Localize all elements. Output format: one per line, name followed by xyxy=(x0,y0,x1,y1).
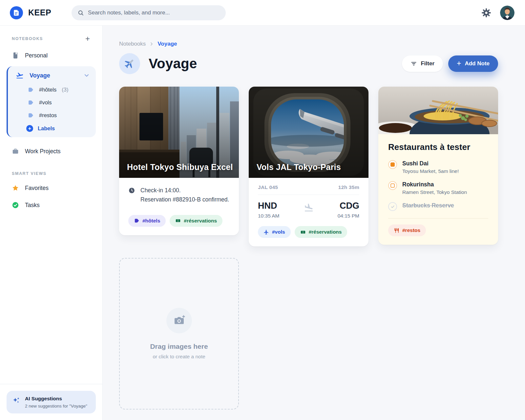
notes-grid: Hotel Tokyo Shibuya Excel Check xyxy=(119,87,498,410)
tag-chip-reservations[interactable]: #réservations xyxy=(170,215,222,227)
ticket-icon xyxy=(175,218,181,223)
departure-code: HND xyxy=(258,201,294,211)
sidebar-label-vols[interactable]: #vols xyxy=(8,97,96,108)
label-name: #restos xyxy=(39,112,57,118)
main-content: Notebooks Voyage Voyage xyxy=(103,26,525,420)
sidebar-item-label: Favorites xyxy=(25,185,49,192)
plus-circle-icon: + xyxy=(26,125,33,132)
sidebar-item-tasks[interactable]: Tasks xyxy=(0,200,102,210)
tag-icon xyxy=(28,87,34,93)
sidebar-item-work-projects[interactable]: Work Projects xyxy=(0,146,102,156)
app-name: KEEP xyxy=(28,8,51,17)
tag-icon xyxy=(28,99,34,106)
ai-suggestions-title: AI Suggestions xyxy=(25,396,87,402)
divider xyxy=(258,195,359,195)
camera-badge xyxy=(166,308,192,333)
tag-chip-restos[interactable]: #restos xyxy=(388,224,426,236)
sidebar-label-hotels[interactable]: #hôtels (3) xyxy=(8,84,96,95)
app-window: KEEP xyxy=(0,0,525,420)
labels-button-text: Labels xyxy=(38,125,55,132)
note-title: Restaurants à tester xyxy=(388,142,488,152)
checklist-item[interactable]: Rokurinsha Ramen Street, Tokyo Station xyxy=(388,181,488,195)
sidebar-item-personal[interactable]: Personal xyxy=(0,51,102,60)
checklist-item[interactable]: Sushi Dai Toyosu Market, 5am line! xyxy=(388,160,488,174)
ramen-photo xyxy=(378,87,498,134)
ai-suggestions-card[interactable]: AI Suggestions 2 new suggestions for "Vo… xyxy=(7,391,96,413)
dropzone-title: Drag images here xyxy=(150,343,208,350)
settings-button[interactable] xyxy=(481,8,492,18)
journal-icon xyxy=(12,52,19,59)
checkbox-checked[interactable] xyxy=(388,160,397,169)
sidebar-divider xyxy=(0,384,102,384)
sidebar-item-voyage[interactable]: Voyage xyxy=(8,72,96,79)
check-circle-icon xyxy=(12,201,19,209)
note-icon xyxy=(12,9,20,17)
note-card-restaurants[interactable]: Restaurants à tester Sushi Dai Toyosu Ma… xyxy=(378,87,498,245)
airplane-icon xyxy=(263,229,269,235)
briefcase-icon xyxy=(12,148,19,155)
note-title-overlay: Hotel Tokyo Shibuya Excel xyxy=(127,162,233,172)
add-labels-button[interactable]: + Labels xyxy=(8,125,96,132)
checklist: Sushi Dai Toyosu Market, 5am line! Rokur… xyxy=(388,160,488,211)
label-name: #hôtels xyxy=(39,87,56,93)
image-dropzone[interactable]: Drag images here or click to create a no… xyxy=(119,258,239,410)
page-title: Voyage xyxy=(149,56,197,72)
star-icon xyxy=(12,184,19,192)
hotel-photo: Hotel Tokyo Shibuya Excel xyxy=(119,87,239,178)
ai-suggestions-subtitle: 2 new suggestions for "Voyage" xyxy=(25,404,87,409)
checkbox-done[interactable] xyxy=(388,202,397,211)
filter-button-label: Filter xyxy=(421,60,434,67)
tag-chip-hotels[interactable]: #hôtels xyxy=(128,215,166,227)
top-bar: KEEP xyxy=(0,0,525,26)
dropzone-subtitle: or click to create a note xyxy=(153,354,205,360)
tag-chip-reservations[interactable]: #réservations xyxy=(295,226,347,238)
sidebar-label-restos[interactable]: #restos xyxy=(8,110,96,121)
note-body-text: Check-in 14:00. Reservation #882910-B co… xyxy=(140,186,229,204)
add-note-button[interactable]: + Add Note xyxy=(448,55,498,72)
add-notebook-button[interactable]: + xyxy=(85,35,90,42)
notebook-emoji-badge xyxy=(119,53,140,74)
sidebar-item-label: Personal xyxy=(25,52,48,59)
chevron-down-icon[interactable] xyxy=(83,72,90,79)
smart-views-section-title: SMART VIEWS xyxy=(12,171,47,176)
chevron-right-icon xyxy=(149,41,154,47)
breadcrumb: Notebooks Voyage xyxy=(119,41,498,47)
notebooks-section-title: NOTEBOOKS xyxy=(12,36,43,41)
sidebar-item-label: Tasks xyxy=(25,202,40,209)
flight-number: JAL 045 xyxy=(258,184,278,190)
gear-icon xyxy=(481,8,492,18)
tag-chip-vols[interactable]: #vols xyxy=(258,226,291,238)
note-card-flight[interactable]: Vols JAL Tokyo-Paris JAL 045 12h 35m HND xyxy=(249,87,368,246)
sidebar-item-label: Work Projects xyxy=(25,148,61,155)
flight-photo: Vols JAL Tokyo-Paris xyxy=(249,87,368,178)
user-avatar[interactable] xyxy=(500,6,514,20)
app-logo[interactable] xyxy=(10,6,23,19)
ticket-icon xyxy=(300,229,306,235)
sidebar: NOTEBOOKS + Personal xyxy=(0,26,103,420)
airplane-emoji-icon xyxy=(124,58,136,70)
note-title-overlay: Vols JAL Tokyo-Paris xyxy=(257,162,341,172)
checkbox-unchecked[interactable] xyxy=(388,181,397,190)
search-bar[interactable] xyxy=(72,5,226,20)
flight-takeoff-icon xyxy=(16,72,24,79)
sidebar-item-label: Voyage xyxy=(30,72,83,79)
divider xyxy=(388,218,488,219)
tag-icon xyxy=(134,218,139,223)
breadcrumb-voyage[interactable]: Voyage xyxy=(158,41,177,47)
breadcrumb-notebooks[interactable]: Notebooks xyxy=(119,41,146,47)
search-icon xyxy=(77,10,84,16)
label-count: (3) xyxy=(62,87,68,93)
sparkles-icon xyxy=(12,396,20,404)
search-input[interactable] xyxy=(88,10,220,16)
filter-button[interactable]: Filter xyxy=(402,55,443,72)
filter-icon xyxy=(410,60,417,67)
arrival-time: 04:15 PM xyxy=(323,213,359,219)
label-name: #vols xyxy=(39,99,52,106)
note-card-hotel[interactable]: Hotel Tokyo Shibuya Excel Check xyxy=(119,87,239,235)
add-note-button-label: Add Note xyxy=(465,60,490,67)
avatar-illustration xyxy=(500,6,514,20)
clock-icon xyxy=(128,187,135,194)
camera-plus-icon xyxy=(172,314,186,327)
sidebar-item-favorites[interactable]: Favorites xyxy=(0,183,102,193)
checklist-item[interactable]: Starbucks Reserve xyxy=(388,202,488,211)
